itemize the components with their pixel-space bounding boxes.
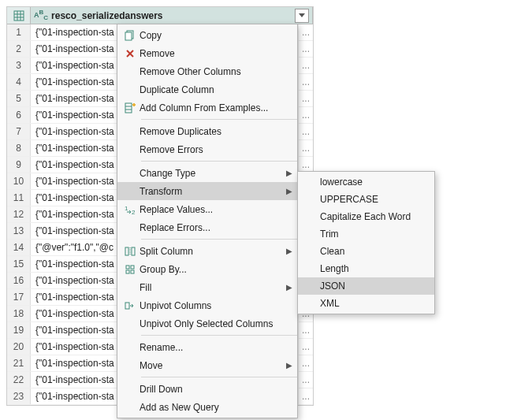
table-header-row: ABC resco_serializedanswers [7,7,313,24]
menu-replace-errors[interactable]: Replace Errors... [117,218,297,236]
row-number: 18 [7,306,31,322]
submenu-lowercase[interactable]: lowercase [298,173,434,191]
menu-remove-errors[interactable]: Remove Errors [117,140,297,158]
row-number: 20 [7,339,31,355]
truncation-indicator: ... [299,124,313,139]
row-number: 23 [7,388,31,404]
truncation-indicator: ... [299,140,313,156]
menu-separator [141,119,297,120]
submenu-trim[interactable]: Trim [298,225,434,243]
submenu-xml[interactable]: XML [298,295,434,312]
menu-fill[interactable]: Fill ▶ [117,278,297,296]
menu-change-type[interactable]: Change Type ▶ [117,164,297,182]
submenu-arrow-icon: ▶ [286,169,292,177]
submenu-uppercase[interactable]: UPPERCASE [298,191,434,208]
menu-move[interactable]: Move ▶ [117,356,297,374]
row-number: 9 [7,157,31,173]
truncation-indicator: ... [299,41,313,57]
truncation-indicator: ... [299,74,313,90]
row-number: 13 [7,223,31,239]
menu-remove-other-columns[interactable]: Remove Other Columns [117,62,297,80]
truncation-indicator: ... [299,24,313,40]
column-context-menu: Copy Remove Remove Other Columns Duplica… [117,24,298,412]
svg-rect-19 [126,266,129,269]
row-number: 17 [7,289,31,305]
svg-rect-22 [131,270,134,273]
row-number: 6 [7,107,31,123]
row-number: 11 [7,190,31,206]
chevron-down-icon [299,13,305,17]
menu-unpivot-columns[interactable]: Unpivot Columns [117,296,297,314]
svg-rect-9 [125,103,132,113]
menu-add-column-from-examples[interactable]: Add Column From Examples... [117,98,297,117]
svg-text:2: 2 [132,209,136,215]
row-number: 21 [7,355,31,371]
menu-separator [141,161,297,162]
row-number: 7 [7,124,31,139]
column-header[interactable]: ABC resco_serializedanswers [31,7,313,24]
svg-rect-17 [132,247,135,255]
menu-add-as-new-query[interactable]: Add as New Query [117,398,297,412]
menu-transform[interactable]: Transform ▶ [117,182,297,200]
row-number: 15 [7,256,31,272]
submenu-arrow-icon: ▶ [286,247,292,255]
split-icon [121,246,140,257]
column-filter-dropdown[interactable] [295,9,309,23]
text-type-icon: ABC [34,9,48,21]
submenu-arrow-icon: ▶ [286,187,292,195]
submenu-capitalize[interactable]: Capitalize Each Word [298,208,434,225]
menu-separator [141,377,297,377]
copy-icon [121,30,140,41]
menu-separator [141,335,297,336]
truncation-indicator: ... [299,58,313,73]
table-icon [13,10,24,21]
menu-split-column[interactable]: Split Column ▶ [117,242,297,260]
row-number: 2 [7,41,31,57]
row-number: 3 [7,58,31,73]
group-icon [121,264,140,275]
menu-copy[interactable]: Copy [117,26,297,44]
truncation-indicator: ... [299,107,313,123]
truncation-indicator: ... [299,339,313,355]
column-name-label: resco_serializedanswers [51,10,295,21]
truncation-indicator: ... [299,372,313,388]
menu-rename[interactable]: Rename... [117,338,297,356]
row-number: 19 [7,322,31,338]
row-number: 4 [7,74,31,90]
menu-replace-values[interactable]: 12 Replace Values... [117,200,297,218]
row-number: 1 [7,24,31,40]
menu-unpivot-selected[interactable]: Unpivot Only Selected Columns [117,314,297,333]
menu-duplicate-column[interactable]: Duplicate Column [117,80,297,98]
table-corner-button[interactable] [7,7,31,24]
svg-rect-21 [126,270,129,273]
svg-rect-16 [125,247,128,255]
submenu-json[interactable]: JSON [298,277,434,295]
row-number: 10 [7,173,31,189]
svg-text:1: 1 [125,205,128,212]
row-number: 5 [7,91,31,106]
add-column-icon [121,102,140,113]
truncation-indicator: ... [299,355,313,371]
row-number: 14 [7,240,31,255]
svg-rect-0 [14,11,24,20]
row-number: 22 [7,372,31,388]
truncation-indicator: ... [299,322,313,338]
menu-group-by[interactable]: Group By... [117,260,297,278]
truncation-indicator: ... [299,388,313,404]
svg-rect-20 [131,266,134,269]
row-number: 8 [7,140,31,156]
remove-icon [121,48,140,59]
row-number: 12 [7,206,31,222]
menu-drill-down[interactable]: Drill Down [117,380,297,398]
svg-rect-6 [125,32,132,40]
transform-submenu: lowercase UPPERCASE Capitalize Each Word… [297,171,435,314]
submenu-arrow-icon: ▶ [286,361,292,370]
submenu-length[interactable]: Length [298,260,434,277]
menu-remove-duplicates[interactable]: Remove Duplicates [117,122,297,140]
truncation-indicator: ... [299,91,313,106]
submenu-clean[interactable]: Clean [298,243,434,260]
menu-remove[interactable]: Remove [117,44,297,62]
svg-rect-23 [125,303,129,309]
row-number: 16 [7,273,31,288]
replace-icon: 12 [121,204,140,215]
